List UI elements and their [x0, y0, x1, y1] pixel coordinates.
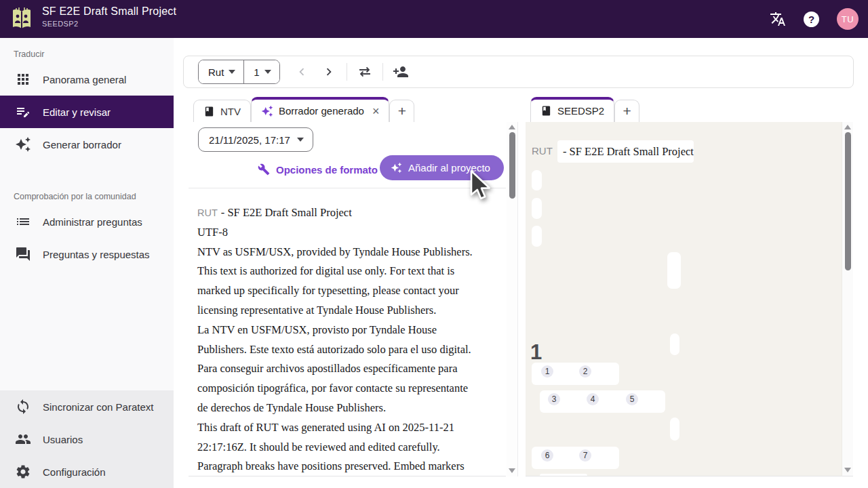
book-chapter-selector: Rut 1 — [198, 60, 280, 84]
sidebar-section-comprobacion: Comprobación por la comunidad — [0, 161, 174, 205]
swap-source-target-button[interactable] — [351, 58, 378, 85]
toolbar-divider — [347, 63, 347, 81]
project-shortname: SEEDSP2 — [42, 20, 176, 28]
book-select-value: Rut — [208, 66, 224, 78]
skeleton-block — [532, 198, 542, 219]
draft-editor-text[interactable]: RUT- SF E2E Draft Small Project UTF-8 NT… — [197, 203, 504, 476]
avatar[interactable]: TU — [837, 8, 859, 30]
tab-label: NTV — [220, 106, 241, 117]
verse-row[interactable]: 1 2 — [532, 363, 619, 385]
chevron-down-icon — [229, 70, 235, 74]
sparkle-icon — [391, 162, 402, 174]
verse-number-badge: 6 — [541, 449, 553, 462]
verse-number-badge: 5 — [626, 393, 638, 405]
verse-row[interactable]: 3 4 5 — [540, 390, 665, 413]
right-pane-tabstrip: SEEDSP2 + — [530, 97, 639, 122]
scroll-down-icon[interactable] — [844, 468, 851, 472]
sidebar-bottom-section: Sincronizar con Paratext Usuarios Config… — [0, 390, 174, 488]
book-icon — [203, 106, 215, 117]
skeleton-block — [540, 474, 587, 476]
verse-number-badge: 1 — [541, 365, 553, 378]
add-tab-button[interactable]: + — [389, 100, 414, 122]
tab-generated-draft[interactable]: Borrador generado × — [251, 97, 389, 122]
sidebar-item-configuracion[interactable]: Configuración — [0, 455, 174, 488]
editor-line-text: - SF E2E Draft Small Project — [221, 206, 352, 219]
project-editor-pane[interactable]: RUT - SF E2E Draft Small Project 1 1 2 3… — [526, 122, 842, 476]
sidebar-item-usuarios[interactable]: Usuarios — [0, 423, 174, 455]
skeleton-block — [667, 252, 681, 289]
plus-icon: + — [398, 103, 406, 119]
scroll-up-icon[interactable] — [844, 125, 851, 129]
usfm-book-marker: RUT — [532, 145, 553, 157]
sidebar-item-sincronizar-paratext[interactable]: Sincronizar con Paratext — [0, 390, 174, 423]
sidebar-item-label: Administrar preguntas — [43, 216, 142, 228]
people-icon — [15, 431, 31, 447]
toolbar-divider — [382, 63, 383, 81]
left-pane-tabstrip: NTV Borrador generado × + — [193, 97, 414, 122]
add-to-project-button[interactable]: Añadir al proyecto — [380, 155, 504, 180]
editor-line: licensing representative at Tyndale Hous… — [197, 301, 504, 321]
add-tab-button[interactable]: + — [614, 100, 639, 122]
chevron-left-icon — [294, 64, 309, 79]
book-icon — [540, 105, 552, 117]
skeleton-block — [532, 226, 542, 247]
draft-date-select[interactable]: 21/11/2025, 17:17 — [198, 127, 313, 152]
editor-line: Publishers. Este texto está autorizado s… — [197, 340, 504, 360]
scroll-down-icon[interactable] — [509, 468, 515, 473]
swap-horizontal-icon — [357, 64, 373, 80]
main-area: Rut 1 — [174, 38, 868, 488]
scripture-forge-logo-icon — [11, 7, 33, 31]
skeleton-block — [670, 333, 679, 355]
sidebar-item-label: Panorama general — [43, 74, 126, 85]
left-pane-scrollbar[interactable] — [507, 122, 518, 476]
sidebar-item-administrar-preguntas[interactable]: Administrar preguntas — [0, 205, 174, 238]
previous-chapter-button[interactable] — [288, 58, 315, 85]
usfm-book-marker: RUT — [197, 207, 218, 218]
sidebar-item-panorama-general[interactable]: Panorama general — [0, 63, 174, 96]
divider — [189, 188, 506, 188]
editor-line: UTF-8 — [197, 223, 504, 243]
sidebar-item-label: Editar y revisar — [43, 106, 111, 118]
close-icon[interactable]: × — [372, 105, 380, 117]
topbar: SF E2E Draft Small Project SEEDSP2 ? TU — [0, 0, 868, 38]
tab-source-ntv[interactable]: NTV — [193, 100, 251, 122]
next-chapter-button[interactable] — [315, 58, 342, 85]
editor-line: NTV as USFM/USX, provided by Tyndale Hou… — [197, 243, 504, 262]
book-select[interactable]: Rut — [199, 60, 243, 83]
verse-number-badge: 2 — [579, 365, 591, 378]
editor-line: Para conseguir archivos apostillados esp… — [197, 359, 504, 379]
chapter-select[interactable]: 1 — [243, 60, 279, 83]
sidebar: Traducir Panorama general Editar y revis… — [0, 38, 174, 488]
format-options-button[interactable]: Opciones de formato — [258, 157, 378, 182]
sidebar-item-editar-y-revisar[interactable]: Editar y revisar — [0, 96, 174, 128]
right-pane-scrollbar[interactable] — [842, 122, 853, 476]
verse-number-badge: 7 — [579, 449, 591, 462]
scrollbar-thumb[interactable] — [509, 132, 515, 199]
tab-project-seedsp2[interactable]: SEEDSP2 — [530, 97, 614, 122]
sidebar-item-preguntas-y-respuestas[interactable]: Preguntas y respuestas — [0, 238, 174, 270]
tab-label: Borrador generado — [279, 105, 364, 117]
forum-icon — [15, 246, 31, 262]
skeleton-block — [532, 170, 542, 190]
chapter-number: 1 — [530, 340, 542, 365]
sidebar-item-label: Preguntas y respuestas — [43, 249, 150, 260]
help-icon[interactable]: ? — [804, 12, 819, 27]
sidebar-section-traducir: Traducir — [0, 38, 174, 63]
verse-row[interactable]: 6 7 — [532, 447, 619, 469]
verse-number-badge: 4 — [587, 393, 599, 405]
sidebar-item-generar-borrador[interactable]: Generar borrador — [0, 128, 174, 161]
scrollbar-thumb[interactable] — [845, 132, 851, 270]
chapter-toolbar: Rut 1 — [183, 56, 854, 88]
draft-date-value: 21/11/2025, 17:17 — [209, 134, 290, 146]
translate-icon[interactable] — [770, 11, 786, 27]
draft-pane: 21/11/2025, 17:17 Opciones de formato Añ… — [189, 122, 506, 476]
verse-number-badge: 3 — [548, 393, 560, 405]
editor-line: La NTV en USFM/USX, provisto por Tyndale… — [197, 321, 504, 340]
sparkle-icon — [15, 136, 31, 152]
scroll-up-icon[interactable] — [509, 125, 515, 129]
tab-label: SEEDSP2 — [557, 105, 604, 117]
sync-icon — [15, 399, 31, 415]
book-title-field[interactable]: - SF E2E Draft Small Project — [557, 140, 694, 163]
plus-icon: + — [623, 103, 631, 119]
share-button[interactable] — [387, 58, 414, 85]
